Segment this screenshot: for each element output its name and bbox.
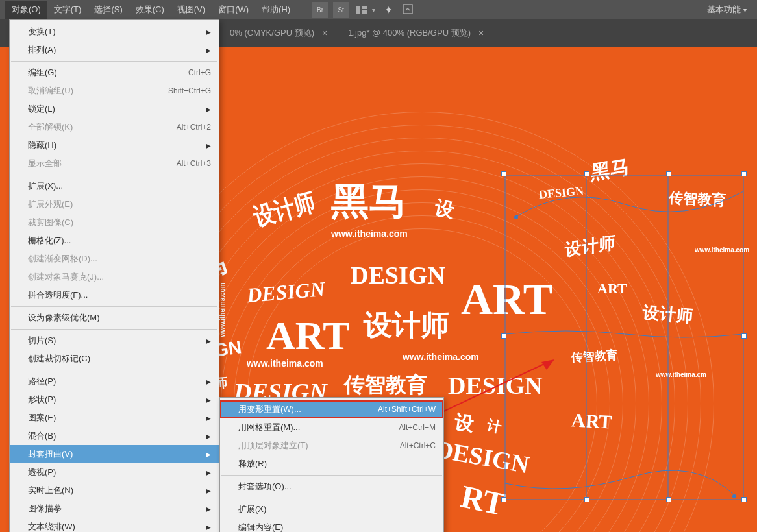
submenu-arrow-icon: ▶ <box>206 47 211 54</box>
menu-item[interactable]: 图案(E)▶ <box>10 409 219 427</box>
menu-object[interactable]: 对象(O) <box>5 1 47 19</box>
menu-item[interactable]: 拼合透明度(F)... <box>10 286 219 304</box>
menu-item[interactable]: 隐藏(H)▶ <box>10 136 219 154</box>
menu-item-shortcut: Alt+Ctrl+M <box>399 423 436 432</box>
menu-item-label: 变换(T) <box>28 26 201 38</box>
stock-icon[interactable]: St <box>333 2 349 18</box>
menu-item: 扩展外观(E) <box>10 195 219 213</box>
menu-item-label: 实时上色(N) <box>28 485 201 496</box>
menu-item-label: 设为像素级优化(M) <box>28 312 211 324</box>
menu-separator <box>221 475 442 476</box>
menu-item[interactable]: 变换(T)▶ <box>10 23 219 41</box>
menu-item: 全部解锁(K)Alt+Ctrl+2 <box>10 118 219 136</box>
svg-marker-5 <box>541 359 554 370</box>
selection-handle[interactable] <box>741 333 747 339</box>
menu-item-label: 拼合透明度(F)... <box>28 289 211 301</box>
menu-item[interactable]: 排列(A)▶ <box>10 41 219 59</box>
menu-item-label: 栅格化(Z)... <box>28 235 211 247</box>
menu-item-label: 裁剪图像(C) <box>28 217 211 228</box>
document-icon[interactable] <box>402 3 414 17</box>
submenu-item[interactable]: 扩展(X) <box>220 500 443 518</box>
menu-item[interactable]: 栅格化(Z)... <box>10 232 219 250</box>
menu-separator <box>11 329 217 330</box>
object-menu-dropdown: 变换(T)▶排列(A)▶编组(G)Ctrl+G取消编组(U)Shift+Ctrl… <box>9 19 219 532</box>
menu-item[interactable]: 路径(P)▶ <box>10 372 219 391</box>
arrange-icon[interactable] <box>354 2 369 18</box>
submenu-arrow-icon: ▶ <box>206 29 211 36</box>
bridge-icon[interactable]: Br <box>312 2 328 18</box>
menu-item[interactable]: 实时上色(N)▶ <box>10 481 219 500</box>
document-tab[interactable]: 1.jpg* @ 400% (RGB/GPU 预览) × <box>338 21 494 45</box>
submenu-item[interactable]: 编辑内容(E) <box>220 518 443 532</box>
menu-effect[interactable]: 效果(C) <box>129 1 171 19</box>
menubar: 对象(O) 文字(T) 选择(S) 效果(C) 视图(V) 窗口(W) 帮助(H… <box>0 0 757 19</box>
selection-handle[interactable] <box>666 497 671 502</box>
selection-handle[interactable] <box>741 497 747 502</box>
menu-separator <box>11 306 217 307</box>
menu-item-shortcut: Shift+Ctrl+G <box>168 86 211 95</box>
menu-item[interactable]: 文本绕排(W)▶ <box>10 518 219 532</box>
submenu-arrow-icon: ▶ <box>206 487 211 494</box>
menu-item-label: 用网格重置(M)... <box>238 422 399 433</box>
tab-label: 1.jpg* @ 400% (RGB/GPU 预览) <box>348 27 471 39</box>
tab-close-icon[interactable]: × <box>478 28 484 38</box>
menu-item-label: 图像描摹 <box>28 503 201 514</box>
submenu-item[interactable]: 封套选项(O)... <box>220 478 443 496</box>
document-tab[interactable]: 0% (CMYK/GPU 预览) × <box>219 21 338 45</box>
menu-item-shortcut: Alt+Ctrl+3 <box>177 159 211 168</box>
envelope-anchor[interactable] <box>514 215 518 219</box>
rocket-icon[interactable]: ✦ <box>384 4 393 16</box>
menu-item-label: 混合(B) <box>28 430 201 442</box>
menu-item-label: 显示全部 <box>28 158 177 169</box>
menu-item[interactable]: 封套扭曲(V)▶ <box>10 445 219 463</box>
submenu-item[interactable]: 释放(R) <box>220 455 443 473</box>
workspace-selector[interactable]: 基本功能▾ <box>707 4 747 16</box>
selection-handle[interactable] <box>666 171 671 176</box>
menu-help[interactable]: 帮助(H) <box>255 1 297 19</box>
selection-handle[interactable] <box>501 497 506 502</box>
menu-item[interactable]: 编组(G)Ctrl+G <box>10 64 219 82</box>
menu-item-label: 创建渐变网格(D)... <box>28 253 211 265</box>
submenu-item[interactable]: 用网格重置(M)...Alt+Ctrl+M <box>220 418 443 437</box>
menu-view[interactable]: 视图(V) <box>171 1 212 19</box>
menu-item-label: 编组(G) <box>28 67 188 79</box>
selection-handle[interactable] <box>584 171 589 176</box>
menu-separator <box>221 498 442 498</box>
selection-handle[interactable] <box>584 497 589 502</box>
menu-item[interactable]: 设为像素级优化(M) <box>10 309 219 327</box>
menu-item-label: 用变形重置(W)... <box>238 404 378 415</box>
submenu-arrow-icon: ▶ <box>206 433 211 440</box>
menu-item[interactable]: 创建裁切标记(C) <box>10 350 219 368</box>
menu-item[interactable]: 混合(B)▶ <box>10 427 219 445</box>
submenu-item[interactable]: 用变形重置(W)...Alt+Shift+Ctrl+W <box>220 400 443 418</box>
menu-item-shortcut: Alt+Ctrl+2 <box>177 123 211 132</box>
selection-handle[interactable] <box>741 171 747 176</box>
selection-handle[interactable] <box>501 171 506 176</box>
menu-item[interactable]: 透视(P)▶ <box>10 463 219 481</box>
menu-item[interactable]: 图像描摹▶ <box>10 500 219 518</box>
menu-item[interactable]: 锁定(L)▶ <box>10 100 219 118</box>
menu-item[interactable]: 扩展(X)... <box>10 177 219 195</box>
menu-item-shortcut: Alt+Ctrl+C <box>400 441 436 450</box>
menu-item-label: 编辑内容(E) <box>238 522 436 532</box>
menu-text[interactable]: 文字(T) <box>47 1 88 19</box>
submenu-arrow-icon: ▶ <box>206 396 211 404</box>
svg-rect-1 <box>362 6 367 9</box>
tab-label: 0% (CMYK/GPU 预览) <box>230 27 314 39</box>
menu-item-label: 取消编组(U) <box>28 85 168 97</box>
tab-close-icon[interactable]: × <box>322 28 327 38</box>
menu-window[interactable]: 窗口(W) <box>212 1 255 19</box>
menu-item[interactable]: 形状(P)▶ <box>10 391 219 409</box>
menu-item-label: 文本绕排(W) <box>28 521 201 532</box>
submenu-arrow-icon: ▶ <box>206 469 211 476</box>
submenu-arrow-icon: ▶ <box>206 378 211 385</box>
menu-item[interactable]: 切片(S)▶ <box>10 332 219 350</box>
submenu-item: 用顶层对象建立(T)Alt+Ctrl+C <box>220 437 443 455</box>
selection-handle[interactable] <box>501 333 506 339</box>
menu-select[interactable]: 选择(S) <box>88 1 129 19</box>
menu-separator <box>11 61 217 62</box>
menu-item-label: 封套选项(O)... <box>238 481 436 492</box>
envelope-anchor[interactable] <box>732 494 736 498</box>
menu-item: 创建对象马赛克(J)... <box>10 268 219 286</box>
svg-rect-2 <box>362 10 367 14</box>
